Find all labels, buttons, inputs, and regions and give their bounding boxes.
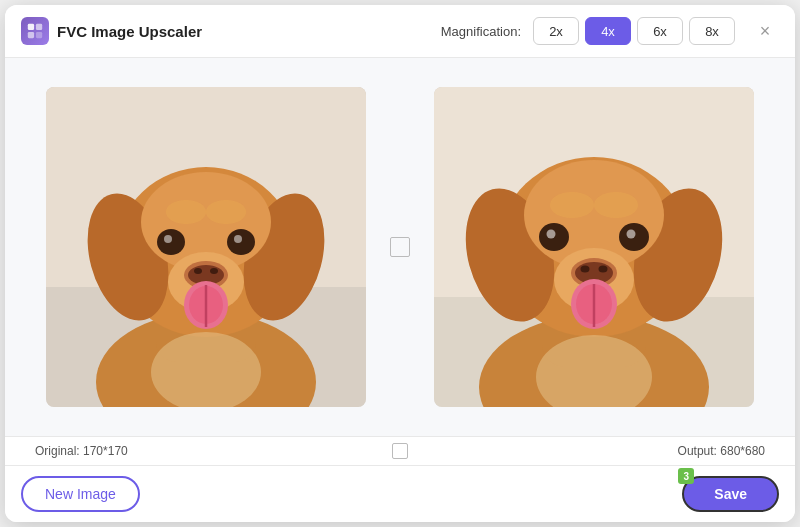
svg-point-12 [157,229,185,255]
app-logo-icon [21,17,49,45]
original-image-panel [46,87,366,407]
svg-rect-3 [36,32,42,38]
app-window: FVC Image Upscaler Magnification: 2x 4x … [5,5,795,522]
magnification-buttons: 2x 4x 6x 8x [533,17,735,45]
content-area [5,58,795,436]
svg-point-42 [581,266,590,273]
mag-btn-4x[interactable]: 4x [585,17,631,45]
close-button[interactable]: × [751,17,779,45]
svg-rect-2 [28,32,34,38]
app-title: FVC Image Upscaler [57,23,441,40]
titlebar: FVC Image Upscaler Magnification: 2x 4x … [5,5,795,58]
svg-point-13 [164,235,172,243]
svg-rect-1 [36,24,42,30]
svg-point-24 [166,200,206,224]
svg-point-38 [627,230,636,239]
output-image-panel [434,87,754,407]
original-info: Original: 170*170 [35,444,392,458]
save-button-wrapper: 3 Save [682,476,779,512]
svg-point-47 [550,192,594,218]
new-image-button[interactable]: New Image [21,476,140,512]
center-divider-icon [392,443,408,459]
svg-point-19 [194,268,202,274]
save-button[interactable]: Save [682,476,779,512]
svg-point-15 [234,235,242,243]
svg-point-43 [599,266,608,273]
svg-point-20 [210,268,218,274]
svg-rect-0 [28,24,34,30]
svg-point-36 [547,230,556,239]
mag-btn-2x[interactable]: 2x [533,17,579,45]
status-bar: Original: 170*170 Output: 680*680 [5,436,795,465]
bottom-bar: New Image 3 Save [5,465,795,522]
svg-point-25 [206,200,246,224]
mag-btn-6x[interactable]: 6x [637,17,683,45]
divider-icon [390,237,410,257]
svg-point-14 [227,229,255,255]
output-info: Output: 680*680 [408,444,765,458]
mag-btn-8x[interactable]: 8x [689,17,735,45]
save-badge: 3 [678,468,694,484]
svg-point-48 [594,192,638,218]
magnification-label: Magnification: [441,24,521,39]
